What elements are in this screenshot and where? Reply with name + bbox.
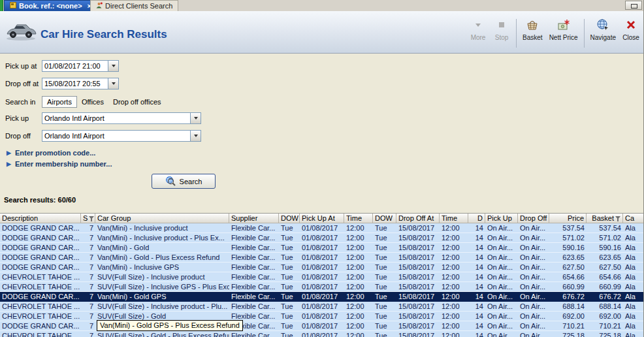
- column-header-15-ca[interactable]: Ca: [623, 214, 644, 223]
- table-row[interactable]: DODGE GRAND CAR...7Van(Mini) - Gold - Pl…: [0, 253, 644, 263]
- table-cell: 7: [81, 331, 95, 337]
- table-cell: 12:00: [344, 263, 373, 272]
- table-cell: 688.14: [587, 302, 623, 311]
- column-header-12-drop-off[interactable]: Drop Off: [518, 214, 549, 223]
- nett-price-button[interactable]: Nett Price: [546, 15, 581, 52]
- dropoff-label: Drop off: [5, 132, 42, 140]
- tab-booking-ref[interactable]: Book. ref.: <none> ×: [4, 0, 97, 11]
- more-button[interactable]: More: [466, 15, 490, 52]
- tab-airports[interactable]: Airports: [42, 96, 77, 108]
- table-cell: 01/08/2017: [300, 272, 344, 281]
- table-cell: Van(Mini) - Inclusive product: [95, 223, 229, 233]
- column-header-label: D: [477, 214, 483, 222]
- table-cell: On Air...: [485, 243, 518, 252]
- table-cell: Ala: [623, 292, 644, 301]
- table-row[interactable]: CHEVROLET TAHOE ...7SUV(Full Size) - Inc…: [0, 282, 644, 292]
- table-cell: Van(Mini) - Gold: [95, 243, 229, 252]
- table-cell: 7: [81, 302, 95, 311]
- table-row[interactable]: DODGE GRAND CAR...7Van(Mini) - Inclusive…: [0, 233, 644, 243]
- table-row[interactable]: DODGE GRAND CAR...7Van(Mini) - Inclusive…: [0, 223, 644, 233]
- table-row[interactable]: CHEVROLET TAHOE ...7SUV(Full Size) - Inc…: [0, 302, 644, 312]
- dropoff-at-combobox[interactable]: 15/08/2017 20:55: [42, 78, 119, 89]
- table-row[interactable]: DODGE GRAND CAR...7Van(Mini) - Inclusive…: [0, 263, 644, 272]
- column-header-label: Drop Off: [520, 214, 547, 222]
- promotion-code-expander[interactable]: ▶ Enter promotion code...: [7, 149, 95, 157]
- table-cell: 12:00: [344, 292, 373, 301]
- column-header-11-pick-up[interactable]: Pick Up: [485, 214, 518, 223]
- column-header-3-supplier[interactable]: Supplier: [229, 214, 279, 223]
- dropoff-at-label: Drop off at: [5, 80, 42, 88]
- table-cell: On Air...: [518, 243, 549, 252]
- pickup-location-value: Orlando Intl Airport: [42, 114, 190, 122]
- dropdown-arrow-icon[interactable]: [190, 131, 201, 141]
- table-cell: 623.65: [549, 253, 587, 262]
- column-header-5-pick-up-at[interactable]: Pick Up At: [300, 214, 344, 223]
- table-cell: 14: [468, 263, 485, 272]
- column-header-1-s[interactable]: S: [81, 214, 95, 223]
- filter-icon[interactable]: [89, 214, 94, 223]
- table-cell: Tue: [373, 223, 396, 233]
- basket-button[interactable]: Basket: [519, 15, 546, 52]
- table-cell: 692.00: [549, 312, 587, 321]
- table-cell: Tue: [373, 302, 396, 311]
- membership-number-expander[interactable]: ▶ Enter membership number...: [7, 160, 112, 168]
- table-cell: 627.50: [587, 263, 623, 272]
- column-header-label: DOW: [375, 214, 393, 222]
- table-row[interactable]: CHEVROLET TAHOE ...7SUV(Full Size) - Gol…: [0, 331, 644, 337]
- column-header-4-dow[interactable]: DOW: [279, 214, 300, 223]
- pickup-at-combobox[interactable]: 01/08/2017 21:00: [42, 60, 119, 72]
- column-header-9-time[interactable]: Time: [440, 214, 468, 223]
- tab-offices[interactable]: Offices: [77, 97, 108, 107]
- search-button[interactable]: Search: [152, 174, 216, 189]
- column-header-2-car-group[interactable]: Car Group: [95, 214, 229, 223]
- column-header-13-price[interactable]: Price: [549, 214, 587, 223]
- search-globe-icon: [165, 176, 176, 187]
- table-cell: 12:00: [344, 331, 373, 337]
- table-cell: Tue: [279, 272, 300, 281]
- table-cell: CHEVROLET TAHOE ...: [0, 312, 81, 321]
- dropdown-arrow-icon[interactable]: [108, 78, 118, 89]
- dropoff-location-combobox[interactable]: Orlando Intl Airport: [42, 130, 201, 142]
- column-header-14-basket[interactable]: Basket: [587, 214, 623, 223]
- pickup-label: Pick up: [5, 114, 42, 122]
- close-button[interactable]: Close: [619, 15, 643, 52]
- table-cell: Tue: [373, 331, 396, 337]
- column-header-6-time[interactable]: Time: [344, 214, 373, 223]
- column-header-8-drop-off-at[interactable]: Drop Off At: [396, 214, 440, 223]
- expander-arrow-icon: ▶: [7, 161, 11, 167]
- column-header-0-description[interactable]: Description: [0, 214, 81, 223]
- column-header-10-d[interactable]: D: [468, 214, 485, 223]
- column-header-label: Basket: [592, 214, 614, 222]
- table-cell: 12:00: [344, 321, 373, 330]
- navigate-button[interactable]: Navigate: [587, 15, 619, 52]
- tab-label: Direct Clients Search: [105, 2, 172, 10]
- table-cell: 590.16: [587, 243, 623, 252]
- stop-button[interactable]: Stop: [490, 15, 513, 52]
- column-header-7-dow[interactable]: DOW: [373, 214, 396, 223]
- table-cell: 7: [81, 321, 95, 330]
- table-row-selected[interactable]: DODGE GRAND CAR...7Van(Mini) - Gold GPSF…: [0, 292, 644, 302]
- table-cell: On Air...: [485, 272, 518, 281]
- table-cell: Tue: [279, 243, 300, 252]
- table-cell: Ala: [623, 233, 644, 242]
- table-cell: On Air...: [485, 312, 518, 321]
- table-cell: 688.14: [549, 302, 587, 311]
- tab-direct-clients-search[interactable]: Direct Clients Search: [90, 0, 178, 11]
- column-header-label: Car Group: [97, 214, 131, 222]
- table-cell: 15/08/2017: [396, 233, 440, 242]
- dropdown-arrow-icon[interactable]: [108, 61, 118, 71]
- car-illustration: [5, 20, 37, 42]
- page-title: Car Hire Search Results: [40, 28, 167, 41]
- table-cell: Tue: [373, 263, 396, 272]
- close-icon: [625, 16, 637, 33]
- filter-icon[interactable]: [615, 214, 620, 223]
- tab-drop-off-offices[interactable]: Drop off offices: [108, 97, 166, 107]
- table-cell: 725.18: [549, 331, 587, 337]
- table-row[interactable]: DODGE GRAND CAR...7Van(Mini) - GoldFlexi…: [0, 243, 644, 253]
- table-cell: 623.65: [587, 253, 623, 262]
- dropdown-arrow-icon[interactable]: [190, 113, 201, 123]
- table-row[interactable]: CHEVROLET TAHOE ...7SUV(Full Size) - Inc…: [0, 272, 644, 282]
- window-restore-button[interactable]: [625, 1, 642, 10]
- pickup-location-combobox[interactable]: Orlando Intl Airport: [42, 112, 201, 124]
- results-grid: DescriptionSCar GroupSupplierDOWPick Up …: [0, 213, 644, 337]
